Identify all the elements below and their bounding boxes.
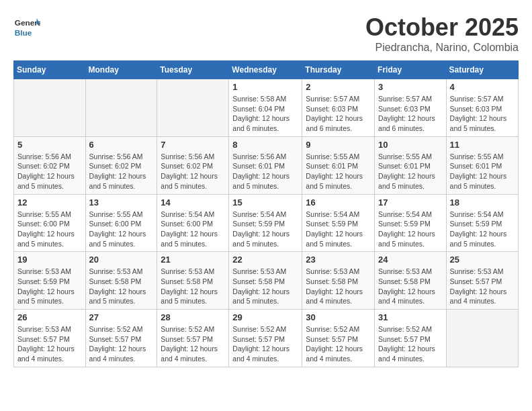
day-info: Sunrise: 5:53 AMSunset: 5:58 PMDaylight:…	[161, 267, 225, 306]
day-number: 30	[306, 312, 371, 322]
logo: General Blue	[13, 13, 43, 40]
day-info: Sunrise: 5:56 AMSunset: 6:02 PMDaylight:…	[89, 152, 154, 191]
weekday-header-friday: Friday	[375, 61, 447, 79]
calendar-cell: 13Sunrise: 5:55 AMSunset: 6:00 PMDayligh…	[85, 194, 157, 252]
calendar-cell	[14, 79, 86, 137]
day-info: Sunrise: 5:56 AMSunset: 6:02 PMDaylight:…	[161, 152, 225, 191]
day-number: 22	[232, 255, 298, 265]
weekday-header-tuesday: Tuesday	[157, 61, 229, 79]
calendar-cell: 18Sunrise: 5:54 AMSunset: 5:59 PMDayligh…	[446, 194, 518, 252]
day-info: Sunrise: 5:52 AMSunset: 5:57 PMDaylight:…	[161, 324, 225, 364]
calendar-cell: 6Sunrise: 5:56 AMSunset: 6:02 PMDaylight…	[85, 136, 157, 194]
day-number: 15	[232, 197, 298, 208]
calendar: SundayMondayTuesdayWednesdayThursdayFrid…	[13, 60, 519, 367]
calendar-cell: 21Sunrise: 5:53 AMSunset: 5:58 PMDayligh…	[157, 252, 229, 310]
day-number: 12	[17, 197, 82, 208]
day-info: Sunrise: 5:53 AMSunset: 5:58 PMDaylight:…	[232, 267, 298, 306]
calendar-cell: 29Sunrise: 5:52 AMSunset: 5:57 PMDayligh…	[229, 310, 302, 367]
calendar-cell: 25Sunrise: 5:53 AMSunset: 5:57 PMDayligh…	[446, 252, 518, 310]
calendar-cell: 1Sunrise: 5:58 AMSunset: 6:04 PMDaylight…	[229, 79, 302, 137]
calendar-cell: 9Sunrise: 5:55 AMSunset: 6:01 PMDaylight…	[302, 136, 375, 194]
subtitle: Piedrancha, Narino, Colombia	[365, 42, 519, 54]
calendar-cell	[446, 310, 518, 367]
calendar-cell: 30Sunrise: 5:52 AMSunset: 5:57 PMDayligh…	[302, 310, 375, 367]
calendar-cell: 10Sunrise: 5:55 AMSunset: 6:01 PMDayligh…	[375, 136, 447, 194]
calendar-cell: 4Sunrise: 5:57 AMSunset: 6:03 PMDaylight…	[446, 79, 518, 137]
calendar-cell: 22Sunrise: 5:53 AMSunset: 5:58 PMDayligh…	[229, 252, 302, 310]
calendar-cell: 15Sunrise: 5:54 AMSunset: 5:59 PMDayligh…	[229, 194, 302, 252]
calendar-cell: 2Sunrise: 5:57 AMSunset: 6:03 PMDaylight…	[302, 79, 375, 137]
day-info: Sunrise: 5:55 AMSunset: 6:00 PMDaylight:…	[17, 210, 82, 249]
day-number: 18	[450, 197, 515, 208]
day-number: 26	[17, 312, 82, 322]
weekday-header-thursday: Thursday	[302, 61, 375, 79]
day-number: 9	[306, 140, 371, 150]
weekday-header-saturday: Saturday	[446, 61, 518, 79]
day-number: 8	[232, 140, 298, 150]
calendar-cell	[85, 79, 157, 137]
day-info: Sunrise: 5:54 AMSunset: 5:59 PMDaylight:…	[232, 210, 298, 249]
calendar-cell: 26Sunrise: 5:53 AMSunset: 5:57 PMDayligh…	[14, 310, 86, 367]
day-info: Sunrise: 5:52 AMSunset: 5:57 PMDaylight:…	[306, 324, 371, 364]
calendar-cell: 24Sunrise: 5:53 AMSunset: 5:58 PMDayligh…	[375, 252, 447, 310]
day-number: 29	[232, 312, 298, 322]
day-number: 10	[378, 140, 443, 150]
calendar-cell: 20Sunrise: 5:53 AMSunset: 5:58 PMDayligh…	[85, 252, 157, 310]
calendar-cell: 12Sunrise: 5:55 AMSunset: 6:00 PMDayligh…	[14, 194, 86, 252]
day-number: 28	[161, 312, 225, 322]
day-info: Sunrise: 5:57 AMSunset: 6:03 PMDaylight:…	[450, 94, 515, 134]
day-number: 20	[89, 255, 154, 265]
day-info: Sunrise: 5:53 AMSunset: 5:59 PMDaylight:…	[17, 267, 82, 306]
week-row-2: 5Sunrise: 5:56 AMSunset: 6:02 PMDaylight…	[14, 136, 519, 194]
day-number: 11	[450, 140, 515, 150]
day-info: Sunrise: 5:57 AMSunset: 6:03 PMDaylight:…	[378, 94, 443, 134]
day-number: 3	[378, 82, 443, 92]
day-info: Sunrise: 5:53 AMSunset: 5:58 PMDaylight:…	[306, 267, 371, 306]
day-info: Sunrise: 5:58 AMSunset: 6:04 PMDaylight:…	[232, 94, 298, 134]
day-info: Sunrise: 5:52 AMSunset: 5:57 PMDaylight:…	[89, 324, 154, 364]
week-row-4: 19Sunrise: 5:53 AMSunset: 5:59 PMDayligh…	[14, 252, 519, 310]
week-row-5: 26Sunrise: 5:53 AMSunset: 5:57 PMDayligh…	[14, 310, 519, 367]
title-area: October 2025 Piedrancha, Narino, Colombi…	[365, 13, 519, 54]
day-info: Sunrise: 5:54 AMSunset: 5:59 PMDaylight:…	[306, 210, 371, 249]
day-number: 4	[450, 82, 515, 92]
weekday-header-sunday: Sunday	[14, 61, 86, 79]
day-number: 13	[89, 197, 154, 208]
logo-icon: General Blue	[13, 13, 40, 40]
calendar-cell: 16Sunrise: 5:54 AMSunset: 5:59 PMDayligh…	[302, 194, 375, 252]
day-info: Sunrise: 5:53 AMSunset: 5:58 PMDaylight:…	[378, 267, 443, 306]
day-info: Sunrise: 5:55 AMSunset: 6:01 PMDaylight:…	[378, 152, 443, 191]
calendar-cell: 27Sunrise: 5:52 AMSunset: 5:57 PMDayligh…	[85, 310, 157, 367]
day-number: 7	[161, 140, 225, 150]
calendar-cell: 28Sunrise: 5:52 AMSunset: 5:57 PMDayligh…	[157, 310, 229, 367]
day-info: Sunrise: 5:52 AMSunset: 5:57 PMDaylight:…	[378, 324, 443, 364]
day-number: 16	[306, 197, 371, 208]
weekday-header-wednesday: Wednesday	[229, 61, 302, 79]
calendar-cell: 23Sunrise: 5:53 AMSunset: 5:58 PMDayligh…	[302, 252, 375, 310]
day-info: Sunrise: 5:57 AMSunset: 6:03 PMDaylight:…	[306, 94, 371, 134]
calendar-cell: 11Sunrise: 5:55 AMSunset: 6:01 PMDayligh…	[446, 136, 518, 194]
day-number: 31	[378, 312, 443, 322]
day-info: Sunrise: 5:53 AMSunset: 5:57 PMDaylight:…	[450, 267, 515, 306]
day-info: Sunrise: 5:55 AMSunset: 6:00 PMDaylight:…	[89, 210, 154, 249]
day-number: 14	[161, 197, 225, 208]
calendar-cell: 14Sunrise: 5:54 AMSunset: 6:00 PMDayligh…	[157, 194, 229, 252]
day-info: Sunrise: 5:54 AMSunset: 5:59 PMDaylight:…	[378, 210, 443, 249]
svg-text:General: General	[15, 18, 40, 28]
day-info: Sunrise: 5:53 AMSunset: 5:57 PMDaylight:…	[17, 324, 82, 364]
header: General Blue October 2025 Piedrancha, Na…	[13, 13, 519, 54]
day-info: Sunrise: 5:54 AMSunset: 6:00 PMDaylight:…	[161, 210, 225, 249]
calendar-cell: 7Sunrise: 5:56 AMSunset: 6:02 PMDaylight…	[157, 136, 229, 194]
month-title: October 2025	[365, 13, 519, 42]
calendar-cell: 3Sunrise: 5:57 AMSunset: 6:03 PMDaylight…	[375, 79, 447, 137]
day-number: 21	[161, 255, 225, 265]
day-info: Sunrise: 5:55 AMSunset: 6:01 PMDaylight:…	[450, 152, 515, 191]
week-row-3: 12Sunrise: 5:55 AMSunset: 6:00 PMDayligh…	[14, 194, 519, 252]
weekday-header-row: SundayMondayTuesdayWednesdayThursdayFrid…	[14, 61, 519, 79]
day-number: 25	[450, 255, 515, 265]
svg-text:Blue: Blue	[15, 28, 32, 38]
day-number: 27	[89, 312, 154, 322]
week-row-1: 1Sunrise: 5:58 AMSunset: 6:04 PMDaylight…	[14, 79, 519, 137]
weekday-header-monday: Monday	[85, 61, 157, 79]
calendar-cell: 5Sunrise: 5:56 AMSunset: 6:02 PMDaylight…	[14, 136, 86, 194]
